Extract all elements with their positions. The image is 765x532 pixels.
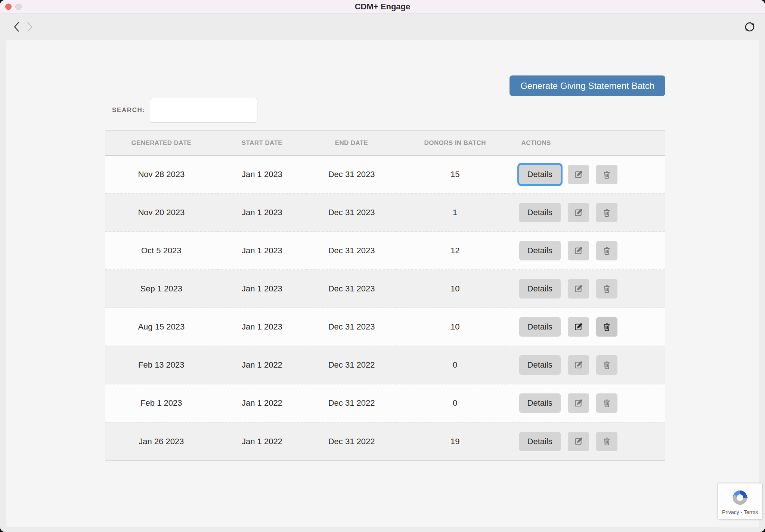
delete-button[interactable] [596, 317, 617, 337]
cell-actions: Details [514, 308, 665, 346]
edit-button[interactable] [568, 241, 589, 260]
edit-icon [573, 322, 583, 332]
trash-icon [602, 208, 611, 217]
chevron-left-icon [13, 21, 21, 33]
col-actions: ACTIONS [514, 131, 665, 155]
edit-button[interactable] [568, 393, 589, 413]
minimize-button[interactable] [15, 3, 22, 10]
table-row: Aug 15 2023 Jan 1 2023 Dec 31 2023 10 De… [105, 308, 665, 346]
trash-icon [602, 246, 611, 256]
trash-icon [602, 361, 611, 370]
close-button[interactable] [5, 3, 12, 10]
details-button[interactable]: Details [519, 317, 561, 337]
cell-start-date: Jan 1 2023 [217, 194, 307, 232]
trash-icon [602, 322, 611, 332]
details-button[interactable]: Details [519, 165, 561, 184]
col-start-date: START DATE [217, 131, 307, 155]
search-bar: SEARCH: [105, 98, 665, 123]
cell-end-date: Dec 31 2023 [307, 270, 396, 308]
edit-button[interactable] [568, 317, 589, 337]
cell-donors-in-batch: 12 [396, 232, 514, 270]
trash-icon [602, 437, 611, 446]
details-button[interactable]: Details [519, 355, 561, 375]
cell-generated-date: Aug 15 2023 [105, 308, 217, 346]
edit-button[interactable] [568, 165, 589, 184]
cell-donors-in-batch: 0 [396, 346, 514, 384]
actions-bar: Generate Giving Statement Batch [105, 75, 665, 96]
edit-button[interactable] [568, 355, 589, 375]
delete-button[interactable] [596, 203, 617, 222]
cell-donors-in-batch: 1 [396, 194, 514, 232]
delete-button[interactable] [596, 355, 617, 375]
cell-end-date: Dec 31 2023 [307, 155, 396, 194]
cell-donors-in-batch: 10 [396, 270, 514, 308]
edit-button[interactable] [568, 432, 589, 451]
cell-start-date: Jan 1 2023 [217, 232, 307, 270]
delete-button[interactable] [596, 393, 617, 413]
cell-start-date: Jan 1 2022 [217, 346, 307, 384]
col-donors-in-batch: DONORS IN BATCH [396, 131, 514, 155]
recaptcha-privacy-terms[interactable]: Privacy - Terms [722, 509, 758, 515]
delete-button[interactable] [596, 165, 617, 184]
cell-start-date: Jan 1 2023 [217, 155, 307, 194]
cell-donors-in-batch: 15 [396, 155, 514, 194]
cell-actions: Details [514, 384, 665, 422]
trash-icon [602, 170, 611, 179]
refresh-button[interactable] [743, 20, 757, 34]
table-body: Nov 28 2023 Jan 1 2023 Dec 31 2023 15 De… [105, 155, 665, 460]
delete-button[interactable] [596, 432, 617, 451]
delete-button[interactable] [596, 279, 617, 299]
trash-icon [602, 284, 611, 294]
edit-button[interactable] [568, 203, 589, 222]
back-button[interactable] [13, 21, 21, 33]
cell-actions: Details [514, 270, 665, 308]
trash-icon [602, 399, 611, 408]
recaptcha-badge[interactable]: Privacy - Terms [718, 483, 762, 519]
cell-generated-date: Nov 20 2023 [105, 194, 217, 232]
cell-generated-date: Sep 1 2023 [105, 270, 217, 308]
window-title: CDM+ Engage [355, 2, 411, 12]
table-row: Sep 1 2023 Jan 1 2023 Dec 31 2023 10 Det… [105, 270, 665, 308]
search-label: SEARCH: [112, 106, 145, 114]
cell-start-date: Jan 1 2023 [217, 308, 307, 346]
edit-icon [573, 398, 583, 408]
cell-end-date: Dec 31 2022 [307, 346, 396, 384]
table-row: Jan 26 2023 Jan 1 2022 Dec 31 2022 19 De… [105, 422, 665, 460]
cell-actions: Details [514, 194, 665, 232]
giving-statement-batches-table: GENERATED DATE START DATE END DATE DONOR… [105, 130, 665, 461]
cell-end-date: Dec 31 2023 [307, 194, 396, 232]
cell-generated-date: Jan 26 2023 [105, 422, 217, 460]
traffic-lights [5, 3, 22, 10]
search-input[interactable] [150, 98, 257, 123]
cell-end-date: Dec 31 2023 [307, 308, 396, 346]
edit-icon [573, 360, 583, 370]
table-row: Oct 5 2023 Jan 1 2023 Dec 31 2023 12 Det… [105, 232, 665, 270]
edit-icon [573, 170, 583, 180]
main-content: Generate Giving Statement Batch SEARCH: … [6, 40, 759, 527]
page-body: Generate Giving Statement Batch SEARCH: … [105, 75, 665, 461]
details-button[interactable]: Details [519, 393, 561, 413]
edit-icon [573, 436, 583, 446]
cell-actions: Details [514, 422, 665, 460]
edit-button[interactable] [568, 279, 589, 299]
toolbar [0, 13, 765, 40]
cell-start-date: Jan 1 2023 [217, 270, 307, 308]
col-end-date: END DATE [307, 131, 396, 155]
details-button[interactable]: Details [519, 203, 561, 222]
details-button[interactable]: Details [519, 432, 561, 451]
table-row: Feb 13 2023 Jan 1 2022 Dec 31 2022 0 Det… [105, 346, 665, 384]
generate-giving-statement-batch-button[interactable]: Generate Giving Statement Batch [510, 75, 665, 96]
cell-end-date: Dec 31 2022 [307, 384, 396, 422]
edit-icon [573, 208, 583, 218]
table-row: Nov 20 2023 Jan 1 2023 Dec 31 2023 1 Det… [105, 194, 665, 232]
details-button[interactable]: Details [519, 241, 561, 260]
cell-donors-in-batch: 19 [396, 422, 514, 460]
recaptcha-logo [730, 488, 750, 507]
cell-donors-in-batch: 0 [396, 384, 514, 422]
delete-button[interactable] [596, 241, 617, 260]
forward-button[interactable] [25, 21, 34, 33]
cell-actions: Details [514, 155, 665, 194]
table-header: GENERATED DATE START DATE END DATE DONOR… [105, 131, 665, 155]
details-button[interactable]: Details [519, 279, 561, 299]
app-window: CDM+ Engage [0, 0, 765, 532]
